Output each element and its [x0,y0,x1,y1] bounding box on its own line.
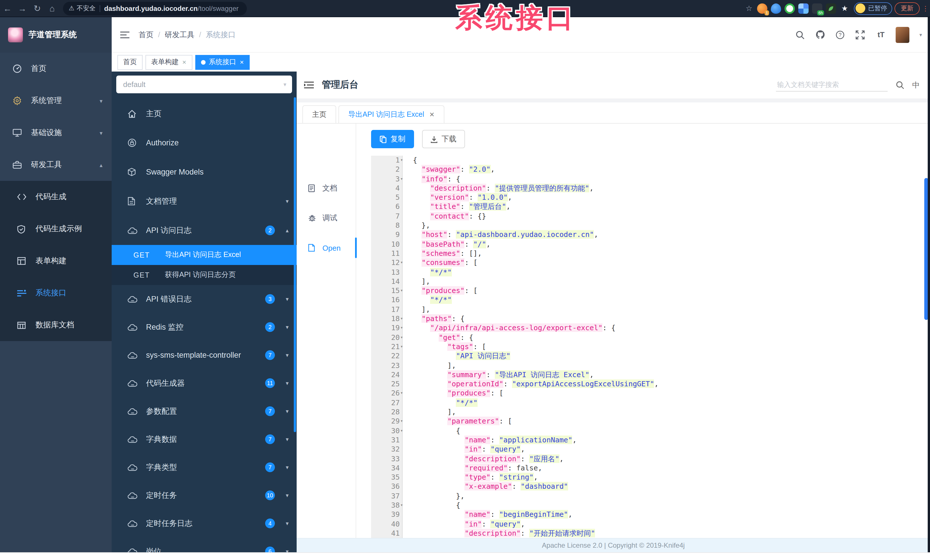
sidebar-scrollbar[interactable] [294,97,296,432]
copy-button[interactable]: 复制 [371,130,414,148]
swagger-item-参数配置[interactable]: 参数配置7▾ [112,397,297,425]
bookmark-star-icon[interactable]: ☆ [743,4,755,12]
sidebar-item-代码生成[interactable]: 代码生成 [0,181,112,213]
ext-green-leaf[interactable] [826,3,836,14]
help-icon[interactable]: ? [836,30,846,39]
active-dot-icon [201,60,205,64]
app-tab-首页[interactable]: 首页 [117,55,143,69]
swagger-item-定时任务[interactable]: 定时任务10▾ [112,481,297,509]
swagger-item-API 访问日志[interactable]: API 访问日志2▴ [112,216,297,245]
ext-green-ring[interactable] [785,3,795,14]
reload-icon[interactable]: ↻ [30,3,45,14]
chevron-down-icon[interactable]: ▾ [919,32,922,37]
app-title: 芋道管理系统 [29,30,77,40]
swagger-item-文档管理[interactable]: 文档管理▾ [112,187,297,216]
ext-white-star[interactable]: ★ [839,3,850,14]
hamburger-icon[interactable] [120,31,129,38]
swagger-item-API 错误日志[interactable]: API 错误日志3▾ [112,285,297,313]
sidebar-item-数据库文档[interactable]: 数据库文档 [0,309,112,341]
doc-nav-调试[interactable]: 调试 [297,203,356,233]
logo-row[interactable]: 芋道管理系统 [0,17,112,53]
cloud-icon [128,548,138,552]
code-line: "description": "提供管理员管理的所有功能", [413,184,920,193]
house-icon [128,110,138,118]
browser-menu-icon[interactable]: ⋮ [921,4,930,12]
breadcrumb-item[interactable]: 首页 [139,29,154,40]
api-endpoint-获得API 访问日志分页[interactable]: GET获得API 访问日志分页 [112,265,297,285]
json-editor[interactable]: 1▾23▾456789101112▾131415▾161718▾19▾20▾21… [371,156,920,538]
sidebar-item-系统管理[interactable]: 系统管理▾ [0,85,112,117]
app-tab-表单构建[interactable]: 表单构建✕ [145,55,192,69]
ext-dark-6h[interactable]: 6h [812,3,822,14]
profile-paused-button[interactable]: 已暂停 [854,2,892,15]
address-bar[interactable]: ⚠ 不安全 dashboard.yudao.iocoder.cn /tool/s… [63,2,246,15]
doc-search-input[interactable] [776,78,888,92]
breadcrumb-item[interactable]: 研发工具 [165,29,194,40]
close-icon[interactable]: ✕ [182,59,186,65]
form-grid-icon [17,257,28,265]
doc-tab-导出API 访问日志 Excel[interactable]: 导出API 访问日志 Excel✕ [339,105,444,123]
sidebar-item-研发工具[interactable]: 研发工具▴ [0,149,112,181]
doc-header: 管理后台 中 [297,72,930,98]
font-size-icon[interactable]: tT [876,30,886,39]
line-number: 21▾ [371,342,402,352]
language-icon[interactable]: 中 [912,80,920,90]
code-line: "produces": [ [413,389,920,398]
search-icon[interactable] [896,81,904,89]
code-line: "*/*" [413,398,920,408]
forward-icon[interactable]: → [15,3,30,13]
download-button[interactable]: 下载 [422,130,465,148]
swagger-item-代码生成器[interactable]: 代码生成器11▾ [112,369,297,397]
swagger-item-定时任务日志[interactable]: 定时任务日志4▾ [112,509,297,537]
swagger-item-label: Authorize [146,138,179,147]
search-icon[interactable] [796,30,806,39]
close-icon[interactable]: ✕ [429,111,434,118]
sidebar-item-基础设施[interactable]: 基础设施▾ [0,117,112,149]
doc-tab-主页[interactable]: 主页 [302,105,336,123]
user-avatar[interactable] [896,27,910,43]
swagger-item-主页[interactable]: 主页 [112,99,297,128]
line-number: 38▾ [371,501,402,510]
count-badge: 2 [265,322,275,332]
swagger-item-Redis 监控[interactable]: Redis 监控2▾ [112,313,297,341]
app-tab-系统接口[interactable]: 系统接口✕ [195,55,250,69]
swagger-item-字典数据[interactable]: 字典数据7▾ [112,425,297,453]
http-method-label: GET [134,271,165,279]
close-icon[interactable]: ✕ [240,59,244,65]
cloud-icon [128,324,138,330]
security-label[interactable]: 不安全 [77,4,95,12]
line-number: 39 [371,510,402,520]
sidebar-item-label: 首页 [31,63,46,74]
github-icon[interactable] [816,30,826,40]
ext-dots-grid[interactable] [798,3,808,14]
swagger-item-sys-sms-template-controller[interactable]: sys-sms-template-controller7▾ [112,341,297,369]
sidebar-item-代码生成示例[interactable]: 代码生成示例 [0,213,112,245]
line-number: 31 [371,436,402,445]
ext-blue-drop[interactable] [771,3,781,14]
update-button[interactable]: 更新 [895,2,920,15]
sidebar-item-系统接口[interactable]: 系统接口 [0,277,112,309]
ext-orange[interactable]: 1 [757,3,767,14]
swagger-item-Swagger Models[interactable]: Swagger Models [112,157,297,187]
api-endpoint-导出API 访问日志 Excel[interactable]: GET导出API 访问日志 Excel [112,245,297,265]
line-number: 13 [371,267,402,277]
back-icon[interactable]: ← [0,3,15,13]
doc-nav-文档[interactable]: 文档 [297,173,356,203]
count-badge: 7 [265,462,275,472]
doc-body: 文档调试Open 复制 下载 [297,124,930,538]
home-icon[interactable]: ⌂ [45,3,60,13]
swagger-item-Authorize[interactable]: Authorize [112,128,297,157]
sidebar-item-首页[interactable]: 首页 [0,53,112,85]
swagger-item-岗位[interactable]: 岗位6▾ [112,537,297,552]
fullscreen-icon[interactable] [856,30,866,39]
code-line: "API 访问日志" [413,351,920,361]
line-number: 15▾ [371,286,402,296]
doc-nav-Open[interactable]: Open [297,233,356,263]
line-number: 33 [371,454,402,463]
sidebar-item-表单构建[interactable]: 表单构建 [0,245,112,277]
api-group-select[interactable]: default ▾ [116,75,292,93]
swagger-item-label: API 错误日志 [146,294,192,304]
collapse-menu-icon[interactable] [304,81,314,89]
swagger-item-字典类型[interactable]: 字典类型7▾ [112,453,297,481]
code-line: "produces": [ [413,286,920,296]
